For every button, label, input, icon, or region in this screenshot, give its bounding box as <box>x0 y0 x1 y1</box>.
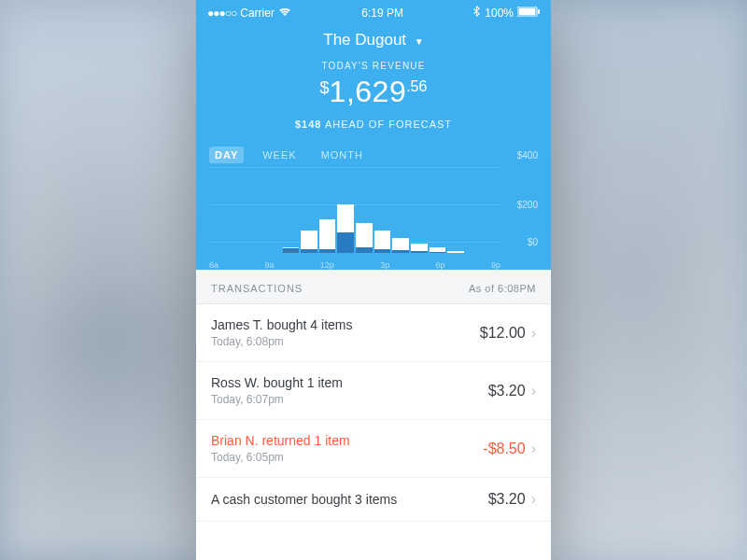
chart-bar <box>319 219 336 253</box>
transaction-right: $3.20› <box>488 491 536 508</box>
revenue-chart: $200 $0 6a9a12p3p6p9p <box>209 167 538 270</box>
chevron-right-icon: › <box>531 491 536 508</box>
revenue-amount: $1,629.56 <box>196 73 551 111</box>
chevron-down-icon: ▼ <box>415 36 424 47</box>
transaction-info: Brian N. returned 1 itemToday, 6:05pm <box>211 433 350 464</box>
svg-rect-2 <box>538 9 540 14</box>
chart-bar <box>392 238 409 253</box>
transaction-title: Ross W. bought 1 item <box>211 375 343 390</box>
forecast-text: AHEAD OF FORECAST <box>325 119 452 130</box>
store-title: The Dugout <box>323 31 406 49</box>
transactions-section: TRANSACTIONS As of 6:08PM James T. bough… <box>196 270 551 522</box>
phone-frame: ●●●○○ Carrier 6:19 PM 100% The Dugout ▼ <box>196 0 551 560</box>
forecast-line: $148 AHEAD OF FORECAST <box>196 111 551 147</box>
transaction-info: A cash customer bought 3 items <box>211 492 397 507</box>
signal-dots-icon: ●●●○○ <box>207 7 236 20</box>
svg-rect-1 <box>518 7 535 15</box>
wifi-icon <box>278 7 291 20</box>
transaction-row[interactable]: Brian N. returned 1 itemToday, 6:05pm-$8… <box>196 420 551 478</box>
chevron-right-icon: › <box>531 441 536 457</box>
range-tabs: DAYWEEKMONTH <box>209 147 369 163</box>
x-tick: 3p <box>380 260 389 270</box>
revenue-label: TODAY'S REVENUE <box>196 55 551 73</box>
amount-major: 1,629 <box>330 75 407 108</box>
chevron-right-icon: › <box>531 325 536 342</box>
chart-bar <box>374 231 391 253</box>
bluetooth-icon <box>473 6 481 20</box>
transaction-time: Today, 6:07pm <box>211 393 343 406</box>
transaction-title: A cash customer bought 3 items <box>211 492 397 507</box>
transaction-amount: $3.20 <box>488 383 526 399</box>
status-bar: ●●●○○ Carrier 6:19 PM 100% <box>196 0 551 23</box>
transaction-right: $3.20› <box>488 383 536 399</box>
chevron-right-icon: › <box>531 383 536 399</box>
transaction-amount: $3.20 <box>488 491 526 508</box>
chart-bar <box>356 223 373 253</box>
store-selector[interactable]: The Dugout ▼ <box>196 23 551 55</box>
transactions-heading: TRANSACTIONS <box>211 283 303 294</box>
chart-bar <box>411 244 428 253</box>
transaction-row[interactable]: James T. bought 4 itemsToday, 6:08pm$12.… <box>196 304 551 362</box>
chart-bars <box>209 178 500 253</box>
transaction-amount: -$8.50 <box>483 441 525 457</box>
transaction-row[interactable]: Ross W. bought 1 itemToday, 6:07pm$3.20› <box>196 362 551 420</box>
y-tick-bottom: $0 <box>528 237 538 247</box>
x-tick: 9a <box>264 260 274 270</box>
chart-x-axis: 6a9a12p3p6p9p <box>209 260 500 270</box>
status-right: 100% <box>473 6 540 20</box>
transaction-info: Ross W. bought 1 itemToday, 6:07pm <box>211 375 343 406</box>
transaction-row[interactable]: A cash customer bought 3 items$3.20› <box>196 478 551 522</box>
chart-bar <box>337 204 354 253</box>
tab-week[interactable]: WEEK <box>257 147 302 163</box>
forecast-amount: $148 <box>295 119 321 130</box>
header: ●●●○○ Carrier 6:19 PM 100% The Dugout ▼ <box>196 0 551 270</box>
transaction-amount: $12.00 <box>480 325 526 342</box>
x-tick: 12p <box>320 260 334 270</box>
chart-bar <box>430 247 446 253</box>
transaction-right: -$8.50› <box>483 441 536 457</box>
transaction-info: James T. bought 4 itemsToday, 6:08pm <box>211 317 352 348</box>
chart-bar <box>447 251 464 253</box>
transactions-list: James T. bought 4 itemsToday, 6:08pm$12.… <box>196 304 551 522</box>
x-tick: 9p <box>491 260 500 270</box>
amount-cents: .56 <box>406 78 427 94</box>
carrier-label: Carrier <box>240 7 275 20</box>
chart-bar <box>283 247 300 253</box>
transaction-time: Today, 6:05pm <box>211 451 350 464</box>
tab-day[interactable]: DAY <box>209 147 244 163</box>
y-tick-mid: $200 <box>517 200 538 210</box>
tab-month[interactable]: MONTH <box>316 147 369 163</box>
x-tick: 6a <box>209 260 218 270</box>
status-left: ●●●○○ Carrier <box>207 7 291 20</box>
transactions-asof: As of 6:08PM <box>469 283 536 294</box>
transaction-title: James T. bought 4 items <box>211 317 352 332</box>
chart-controls: DAYWEEKMONTH $400 <box>196 147 551 167</box>
transaction-title: Brian N. returned 1 item <box>211 433 350 448</box>
currency-symbol: $ <box>320 78 330 97</box>
chart-bar <box>301 231 317 253</box>
transaction-right: $12.00› <box>480 325 536 342</box>
x-tick: 6p <box>436 260 445 270</box>
status-time: 6:19 PM <box>361 7 403 20</box>
transaction-time: Today, 6:08pm <box>211 335 352 348</box>
y-tick-top: $400 <box>517 150 538 161</box>
transactions-header: TRANSACTIONS As of 6:08PM <box>196 270 551 304</box>
battery-icon <box>517 7 540 20</box>
battery-pct: 100% <box>485 7 514 20</box>
